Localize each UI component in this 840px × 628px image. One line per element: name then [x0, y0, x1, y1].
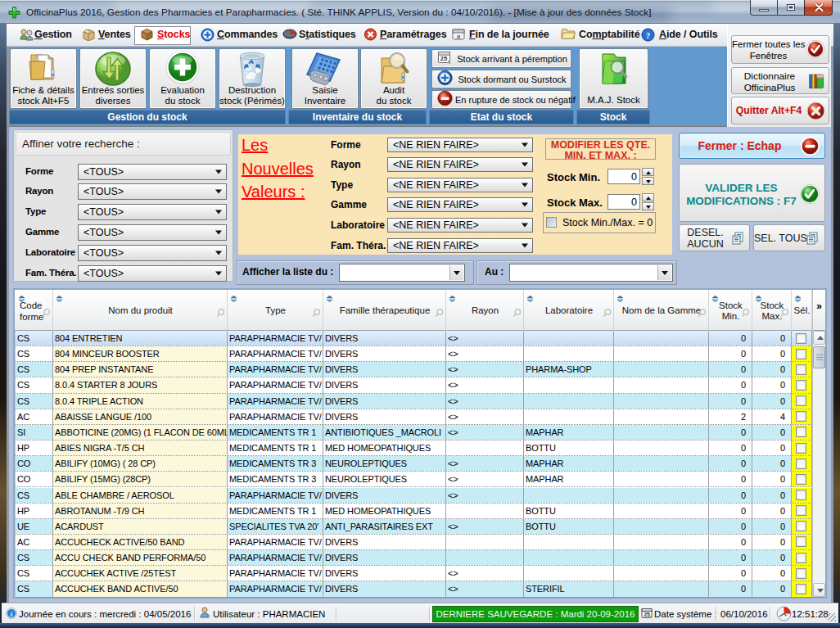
svg-text:25: 25 — [644, 612, 650, 617]
svg-text:?: ? — [646, 30, 651, 40]
svg-text:25: 25 — [440, 54, 447, 61]
svg-text:a: a — [457, 33, 461, 40]
